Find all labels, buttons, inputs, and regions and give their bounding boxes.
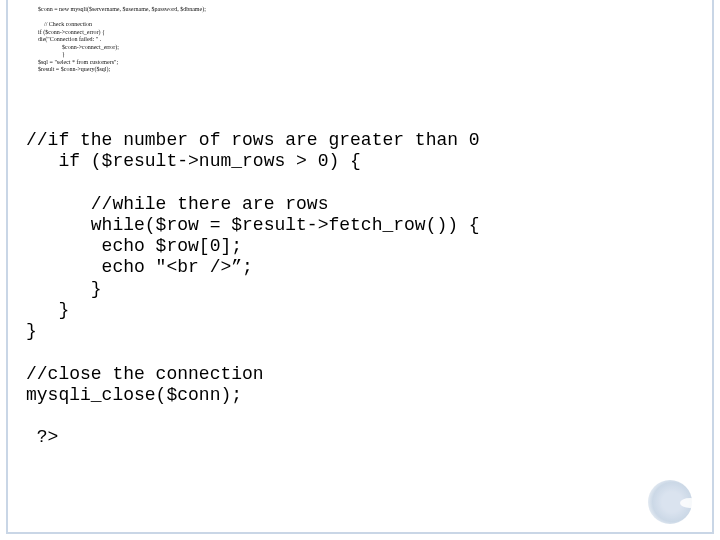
top-code-block: $conn = new mysqli($servername, $usernam… bbox=[38, 6, 206, 74]
slide-frame: $conn = new mysqli($servername, $usernam… bbox=[6, 0, 714, 534]
main-code-block: //if the number of rows are greater than… bbox=[26, 130, 694, 449]
decorative-circle bbox=[648, 480, 692, 524]
